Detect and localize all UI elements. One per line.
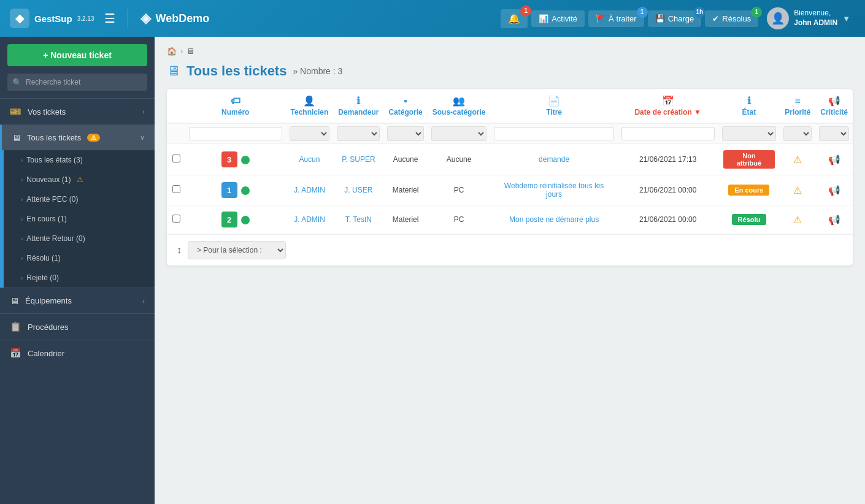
- titre-link[interactable]: demande: [539, 155, 569, 164]
- charge-badge: 1h: [694, 7, 705, 18]
- filter-souscategorie-select[interactable]: [431, 126, 487, 141]
- filter-checkbox-cell: [167, 123, 185, 144]
- breadcrumb-current: 🖥: [186, 47, 194, 56]
- filter-technicien-select[interactable]: [290, 126, 330, 141]
- layout: + Nouveau ticket 🔍 🎫 Vos tickets › 🖥 Tou…: [0, 37, 865, 504]
- user-info: Bienvenue, John ADMIN: [794, 9, 837, 28]
- hamburger-icon[interactable]: ☰: [104, 11, 115, 26]
- chevron-icon: ›: [21, 235, 23, 242]
- main-content: 🏠 › 🖥 🖥 Tous les tickets » Nombre : 3 🏷 …: [155, 37, 865, 504]
- filter-titre-input[interactable]: [494, 127, 613, 140]
- sidebar-sub-rejete[interactable]: › Rejeté (0): [4, 268, 155, 288]
- app-name: GestSup: [34, 13, 72, 24]
- monitor-icon2: 🖥: [10, 296, 19, 306]
- col-criticite[interactable]: 📢 Criticité: [815, 89, 853, 123]
- titre-link[interactable]: Mon poste ne démarre plus: [509, 215, 599, 224]
- table-row: 1 J. ADMIN J. USER Materiel PC Webdemo r…: [167, 175, 853, 205]
- resolus-button[interactable]: ✔ Résolus 1: [705, 10, 758, 27]
- check-icon: ✔: [712, 14, 719, 23]
- sidebar-item-tous-tickets[interactable]: 🖥 Tous les tickets ⚠ ∨: [2, 125, 155, 150]
- sidebar-sub-en-cours[interactable]: › En cours (1): [4, 209, 155, 229]
- sidebar-item-vos-tickets[interactable]: 🎫 Vos tickets ›: [0, 99, 155, 124]
- row-technicien: J. ADMIN: [286, 175, 334, 205]
- row-etat: Résolu: [718, 205, 780, 234]
- sort-icon[interactable]: ↕: [177, 245, 182, 256]
- technicien-link[interactable]: Aucun: [299, 155, 320, 164]
- breadcrumb-home[interactable]: 🏠: [167, 47, 177, 56]
- filter-titre: [490, 123, 617, 144]
- filter-priorite-select[interactable]: [783, 126, 812, 141]
- col-priorite[interactable]: ≡ Priorité: [780, 89, 815, 123]
- filter-categorie: [383, 123, 427, 144]
- technicien-link[interactable]: J. ADMIN: [294, 186, 325, 194]
- chevron-icon: ›: [21, 275, 23, 281]
- col-etat[interactable]: ℹ État: [718, 89, 780, 123]
- filter-souscategorie: [428, 123, 491, 144]
- row-numero: 2: [185, 205, 286, 234]
- titre-link[interactable]: Webdemo réinitialisée tous les jours: [504, 181, 604, 199]
- page-title: Tous les tickets: [186, 63, 286, 79]
- demandeur-link[interactable]: J. USER: [344, 186, 372, 194]
- col-titre[interactable]: 📄 Titre: [490, 89, 617, 123]
- col-numero[interactable]: 🏷 Numéro: [185, 89, 286, 123]
- sidebar-sub-tous-etats[interactable]: › Tous les états (3): [4, 150, 155, 170]
- filter-numero-input[interactable]: [189, 127, 282, 140]
- bell-button[interactable]: 🔔 1: [501, 9, 528, 28]
- col-categorie[interactable]: ▪ Catégorie: [383, 89, 427, 123]
- row-date: 21/06/2021 17:13: [618, 144, 718, 175]
- row-demandeur: T. TestN: [333, 205, 383, 234]
- sidebar-sub-attente-pec[interactable]: › Attente PEC (0): [4, 189, 155, 209]
- sidebar-item-procedures[interactable]: 📋 Procédures: [0, 314, 155, 340]
- col-technicien[interactable]: 👤 Technicien: [286, 89, 334, 123]
- table-header-row: 🏷 Numéro 👤 Technicien ℹ Demandeur ▪: [167, 89, 853, 123]
- new-ticket-button[interactable]: + Nouveau ticket: [7, 44, 147, 66]
- demandeur-link[interactable]: T. TestN: [345, 215, 372, 224]
- row-checkbox[interactable]: [172, 155, 180, 162]
- criticite-megaphone-icon: 📢: [828, 185, 840, 196]
- priority-warn-icon: ⚠: [793, 185, 802, 196]
- page-header-icon: 🖥: [167, 63, 180, 79]
- row-date: 21/06/2021 00:00: [618, 205, 718, 234]
- sidebar-item-equipements[interactable]: 🖥 Équipements ›: [0, 288, 155, 313]
- technicien-link[interactable]: J. ADMIN: [294, 215, 325, 224]
- breadcrumb: 🏠 › 🖥: [167, 47, 853, 56]
- category-icon: ▪: [388, 96, 422, 107]
- gear-dot-icon: [241, 216, 250, 224]
- filter-priorite: [780, 123, 815, 144]
- col-demandeur[interactable]: ℹ Demandeur: [333, 89, 383, 123]
- col-souscategorie[interactable]: 👥 Sous-catégorie: [428, 89, 491, 123]
- brand-icon: ◈: [140, 10, 151, 26]
- row-technicien: J. ADMIN: [286, 205, 334, 234]
- activite-icon: 📊: [539, 14, 548, 23]
- sidebar-section-calendrier: 📅 Calendrier: [0, 340, 155, 366]
- filter-date-input[interactable]: [621, 127, 715, 140]
- sidebar-sub-resolu[interactable]: › Résolu (1): [4, 248, 155, 268]
- warn-icon: ⚠: [77, 175, 83, 184]
- row-souscategorie: Aucune: [428, 144, 491, 175]
- sidebar-sub-attente-retour[interactable]: › Attente Retour (0): [4, 229, 155, 248]
- a-traiter-button[interactable]: 🚩 À traiter 1: [588, 10, 644, 27]
- charge-button[interactable]: 💾 Charge 1h: [648, 10, 702, 27]
- search-container: 🔍: [7, 74, 147, 91]
- filter-criticite-select[interactable]: [819, 126, 849, 141]
- user-menu[interactable]: 👤 Bienvenue, John ADMIN ▼: [762, 5, 855, 32]
- filter-categorie-select[interactable]: [387, 126, 423, 141]
- demandeur-link[interactable]: P. SUPER: [342, 155, 375, 164]
- criticite-megaphone-icon: 📢: [828, 155, 840, 165]
- activite-button[interactable]: 📊 Activité: [531, 10, 585, 27]
- filter-etat-select[interactable]: [722, 126, 777, 141]
- search-input[interactable]: [7, 74, 147, 91]
- sidebar-sub-nouveaux[interactable]: › Nouveaux (1) ⚠: [4, 170, 155, 189]
- row-checkbox[interactable]: [172, 185, 180, 193]
- gear-dot-icon: [241, 156, 250, 164]
- row-checkbox[interactable]: [172, 215, 180, 223]
- sidebar-item-calendrier[interactable]: 📅 Calendrier: [0, 340, 155, 366]
- row-souscategorie: PC: [428, 175, 491, 205]
- row-categorie: Materiel: [383, 205, 427, 234]
- tag-icon: 🏷: [190, 96, 281, 107]
- selection-select[interactable]: > Pour la sélection :: [188, 241, 286, 259]
- chevron-down-icon: ∨: [140, 134, 145, 142]
- filter-demandeur-select[interactable]: [337, 126, 380, 141]
- status-badge: En cours: [728, 185, 769, 196]
- col-date-creation[interactable]: 📅 Date de création ▼: [618, 89, 718, 123]
